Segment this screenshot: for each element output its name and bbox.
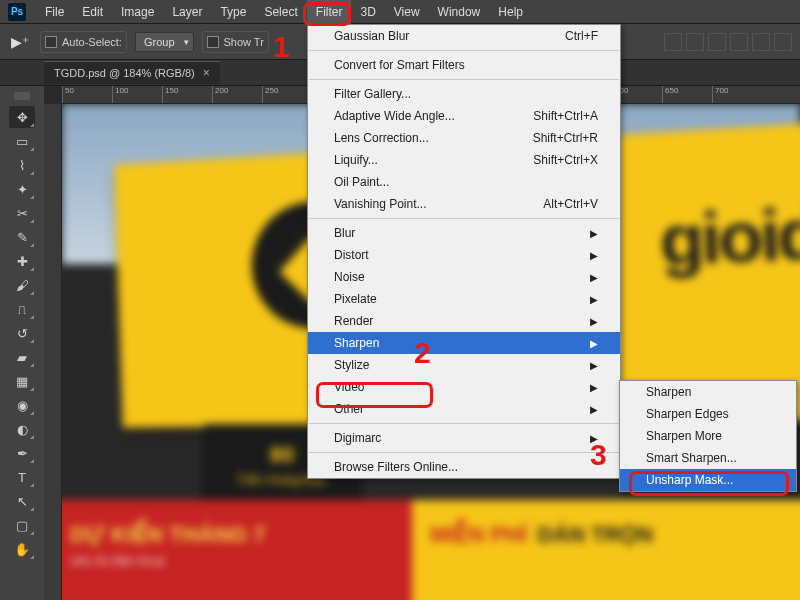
menu-item-convert-smart[interactable]: Convert for Smart Filters	[308, 54, 620, 76]
chevron-right-icon: ▶	[590, 316, 598, 327]
menu-file[interactable]: File	[36, 0, 73, 24]
history-brush-tool[interactable]: ↺	[9, 322, 35, 344]
blur-tool[interactable]: ◉	[9, 394, 35, 416]
chevron-right-icon: ▶	[590, 433, 598, 444]
menu-item-last-filter[interactable]: Gaussian Blur Ctrl+F	[308, 25, 620, 47]
menu-layer[interactable]: Layer	[163, 0, 211, 24]
menu-help[interactable]: Help	[489, 0, 532, 24]
auto-select-label: Auto-Select:	[62, 36, 122, 48]
menu-item-distort[interactable]: Distort▶	[308, 244, 620, 266]
chevron-right-icon: ▶	[590, 360, 598, 371]
menu-item-adaptive-wide-angle[interactable]: Adaptive Wide Angle...Shift+Ctrl+A	[308, 105, 620, 127]
menu-item-vanishing-point[interactable]: Vanishing Point...Alt+Ctrl+V	[308, 193, 620, 215]
separator	[309, 218, 619, 219]
pen-tool[interactable]: ✒	[9, 442, 35, 464]
menu-item-stylize[interactable]: Stylize▶	[308, 354, 620, 376]
close-icon[interactable]: ×	[203, 66, 210, 80]
magic-wand-tool[interactable]: ✦	[9, 178, 35, 200]
app-logo: Ps	[8, 3, 26, 21]
toolbox: ✥ ▭ ⌇ ✦ ✂ ✎ ✚ 🖌 ⎍ ↺ ▰ ▦ ◉ ◐ ✒ T ↖ ▢ ✋	[0, 86, 44, 600]
auto-select-checkbox[interactable]: Auto-Select:	[40, 31, 127, 53]
shape-tool[interactable]: ▢	[9, 514, 35, 536]
chevron-right-icon: ▶	[590, 382, 598, 393]
separator	[309, 452, 619, 453]
menu-item-blur[interactable]: Blur▶	[308, 222, 620, 244]
menu-item-browse-filters[interactable]: Browse Filters Online...	[308, 456, 620, 478]
show-transform-checkbox[interactable]: Show Tr	[202, 31, 269, 53]
separator	[309, 423, 619, 424]
eraser-tool[interactable]: ▰	[9, 346, 35, 368]
crop-tool[interactable]: ✂	[9, 202, 35, 224]
banner-red: DỰ KIẾN THÁNG 7 siêu thị điện thoại	[62, 500, 412, 600]
sign-text: gioidi	[658, 191, 800, 280]
path-selection-tool[interactable]: ↖	[9, 490, 35, 512]
eyedropper-tool[interactable]: ✎	[9, 226, 35, 248]
stamp-tool[interactable]: ⎍	[9, 298, 35, 320]
menu-item-noise[interactable]: Noise▶	[308, 266, 620, 288]
align-icon[interactable]	[708, 33, 726, 51]
align-icon[interactable]	[730, 33, 748, 51]
checkbox-icon	[207, 36, 219, 48]
menu-item-pixelate[interactable]: Pixelate▶	[308, 288, 620, 310]
chevron-right-icon: ▶	[590, 294, 598, 305]
document-title: TGDD.psd @ 184% (RGB/8)	[54, 67, 195, 79]
chevron-right-icon: ▶	[590, 338, 598, 349]
banner-yellow: MIỄN PHÍ DÁN TRỌN	[412, 500, 800, 600]
menu-view[interactable]: View	[385, 0, 429, 24]
hand-tool[interactable]: ✋	[9, 538, 35, 560]
menu-item-smart-sharpen[interactable]: Smart Sharpen...	[620, 447, 796, 469]
filter-dropdown: Gaussian Blur Ctrl+F Convert for Smart F…	[307, 24, 621, 479]
menu-item-render[interactable]: Render▶	[308, 310, 620, 332]
menu-item-digimarc[interactable]: Digimarc▶	[308, 427, 620, 449]
menu-item-filter-gallery[interactable]: Filter Gallery...	[308, 83, 620, 105]
menu-item-lens-correction[interactable]: Lens Correction...Shift+Ctrl+R	[308, 127, 620, 149]
chevron-right-icon: ▶	[590, 404, 598, 415]
healing-tool[interactable]: ✚	[9, 250, 35, 272]
checkbox-icon	[45, 36, 57, 48]
dodge-tool[interactable]: ◐	[9, 418, 35, 440]
align-icon[interactable]	[686, 33, 704, 51]
menu-3d[interactable]: 3D	[351, 0, 384, 24]
alignment-icon-group	[664, 33, 792, 51]
brush-tool[interactable]: 🖌	[9, 274, 35, 296]
separator	[309, 50, 619, 51]
menu-item-video[interactable]: Video▶	[308, 376, 620, 398]
menu-item-sharpen-more[interactable]: Sharpen More	[620, 425, 796, 447]
menu-item-unsharp-mask[interactable]: Unsharp Mask...	[620, 469, 796, 491]
align-icon[interactable]	[752, 33, 770, 51]
marquee-tool[interactable]: ▭	[9, 130, 35, 152]
menu-item-oil-paint[interactable]: Oil Paint...	[308, 171, 620, 193]
menu-image[interactable]: Image	[112, 0, 163, 24]
gradient-tool[interactable]: ▦	[9, 370, 35, 392]
menu-item-sharpen-edges[interactable]: Sharpen Edges	[620, 403, 796, 425]
menu-item-sharpen-basic[interactable]: Sharpen	[620, 381, 796, 403]
toolbox-grip[interactable]	[14, 92, 30, 100]
ruler-vertical	[44, 104, 62, 600]
menu-item-other[interactable]: Other▶	[308, 398, 620, 420]
menu-item-liquify[interactable]: Liquify...Shift+Ctrl+X	[308, 149, 620, 171]
menu-window[interactable]: Window	[429, 0, 490, 24]
lasso-tool[interactable]: ⌇	[9, 154, 35, 176]
separator	[309, 79, 619, 80]
menubar: Ps File Edit Image Layer Type Select Fil…	[0, 0, 800, 24]
chevron-right-icon: ▶	[590, 250, 598, 261]
menu-select[interactable]: Select	[255, 0, 306, 24]
type-tool[interactable]: T	[9, 466, 35, 488]
show-transform-label: Show Tr	[224, 36, 264, 48]
menu-type[interactable]: Type	[211, 0, 255, 24]
move-tool[interactable]: ✥	[9, 106, 35, 128]
align-icon[interactable]	[664, 33, 682, 51]
sharpen-submenu: Sharpen Sharpen Edges Sharpen More Smart…	[619, 380, 797, 492]
chevron-right-icon: ▶	[590, 228, 598, 239]
menu-filter[interactable]: Filter	[307, 0, 352, 24]
auto-select-mode-dropdown[interactable]: Group	[135, 32, 194, 52]
move-tool-indicator: ▶⁺	[8, 31, 32, 53]
chevron-right-icon: ▶	[590, 272, 598, 283]
menu-item-sharpen[interactable]: Sharpen▶	[308, 332, 620, 354]
document-tab[interactable]: TGDD.psd @ 184% (RGB/8) ×	[44, 61, 220, 84]
menu-edit[interactable]: Edit	[73, 0, 112, 24]
align-icon[interactable]	[774, 33, 792, 51]
